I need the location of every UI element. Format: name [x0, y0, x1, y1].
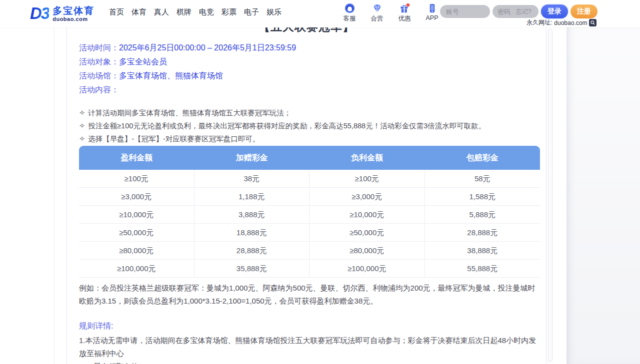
column-header-profit-amount: 盈利金额	[79, 153, 194, 163]
activity-time-label: 活动时间：	[79, 43, 119, 52]
table-row: ≥80,000元 28,888元 ≥80,000元 38,888元	[79, 242, 540, 260]
search-icon[interactable]	[589, 19, 596, 26]
bullet-item: ✧投注金额≥100元无论盈利或负利，最终决出冠军都将获得对应的奖励，彩金高达55…	[79, 119, 542, 132]
table-cell: 38,888元	[425, 242, 540, 259]
table-cell: 55,888元	[425, 260, 540, 277]
logo-monogram: D3	[30, 4, 49, 23]
nav-item-home[interactable]: 首页	[109, 7, 124, 17]
page: 【五大联赛冠军】 D3 多宝体育 duobao.com 首页 体育 真人 棋牌 …	[0, 0, 640, 364]
nav-item-slots[interactable]: 电子	[244, 7, 259, 17]
activity-info: 活动时间：2025年6月25日00:00:00 – 2026年5月1日23:59…	[79, 41, 296, 97]
bullet-text: 计算活动期间多宝体育场馆、熊猫体育场馆五大联赛冠军玩法；	[88, 109, 291, 117]
table-cell: ≥80,000元	[79, 242, 194, 259]
table-cell: ≥3,000元	[310, 188, 425, 205]
rule-line: 1.本活动无需申请，活动期间在多宝体育场馆、熊猫体育场馆投注五大联赛冠军玩法即可…	[79, 334, 541, 360]
permanent-url: 永久网址: duobao.com	[526, 18, 596, 27]
rules-details-title: 规则详情:	[79, 321, 113, 332]
nav-item-card-games[interactable]: 棋牌	[176, 7, 192, 17]
gift-icon	[396, 2, 413, 14]
table-cell: ≥100元	[310, 170, 425, 187]
nav-item-lottery[interactable]: 彩票	[222, 7, 236, 17]
promo-content-card: 活动时间：2025年6月25日00:00:00 – 2026年5月1日23:59…	[66, 27, 546, 364]
logo-text: 多宝体育 duobao.com	[52, 5, 94, 22]
app-label: APP	[424, 14, 440, 21]
main-nav: 首页 体育 真人 棋牌 电竞 彩票 电子 娱乐	[109, 7, 282, 17]
nav-item-esports[interactable]: 电竞	[199, 7, 214, 17]
table-cell: 1,588元	[425, 188, 540, 205]
partnership-label: 合营	[368, 14, 386, 23]
table-cell: ≥50,000元	[310, 224, 425, 241]
activity-target-label: 活动对象：	[79, 57, 119, 66]
partnership-link[interactable]: 合营	[368, 2, 386, 23]
vertical-scrollbar[interactable]	[548, 29, 552, 362]
table-cell: ≥50,000元	[79, 224, 194, 241]
register-button[interactable]: 注册	[570, 4, 598, 18]
table-cell: ≥10,000元	[79, 206, 194, 223]
logo-title: 多宝体育	[52, 5, 94, 16]
phone-icon	[424, 2, 440, 14]
bullet-text: 投注金额≥100元无论盈利或负利，最终决出冠军都将获得对应的奖励，彩金高达55,…	[88, 122, 486, 130]
rules-details-body: 1.本活动无需申请，活动期间在多宝体育场馆、熊猫体育场馆投注五大联赛冠军玩法即可…	[79, 334, 541, 364]
nav-item-live-casino[interactable]: 真人	[154, 7, 169, 17]
customer-service-link[interactable]: 客服	[341, 2, 358, 23]
permanent-url-value: duobao.com	[554, 19, 587, 26]
activity-content-label: 活动内容：	[79, 85, 119, 94]
activity-venue-label: 活动场馆：	[79, 71, 119, 80]
bullet-item: ✧计算活动期间多宝体育场馆、熊猫体育场馆五大联赛冠军玩法；	[79, 106, 542, 119]
table-cell: 38元	[194, 170, 310, 187]
activity-venue-row: 活动场馆：多宝体育场馆、熊猫体育场馆	[79, 69, 296, 83]
bonus-table: 盈利金额 加赠彩金 负利金额 包赔彩金 ≥100元 38元 ≥100元 58元 …	[79, 146, 540, 278]
table-cell: 35,888元	[194, 260, 310, 277]
nav-item-entertainment[interactable]: 娱乐	[266, 7, 282, 17]
account-input[interactable]	[440, 5, 490, 18]
table-cell: ≥100,000元	[310, 260, 425, 277]
diamond-icon	[368, 2, 386, 14]
table-row: ≥3,000元 1,188元 ≥3,000元 1,588元	[79, 188, 540, 206]
activity-target-value: 多宝全站会员	[119, 57, 167, 66]
table-row: ≥10,000元 3,888元 ≥10,000元 5,888元	[79, 206, 540, 224]
activity-venue-value: 多宝体育场馆、熊猫体育场馆	[119, 71, 223, 80]
activity-target-row: 活动对象：多宝全站会员	[79, 55, 296, 69]
top-navbar: D3 多宝体育 duobao.com 首页 体育 真人 棋牌 电竞 彩票 电子 …	[0, 0, 640, 27]
rule-line: （3日内领取有效）；	[79, 360, 541, 364]
logo-domain: duobao.com	[52, 16, 94, 22]
table-cell: ≥3,000元	[79, 188, 194, 205]
permanent-url-label: 永久网址:	[526, 18, 552, 27]
column-header-compensation: 包赔彩金	[425, 153, 540, 163]
table-cell: ≥80,000元	[310, 242, 425, 259]
table-cell: 28,888元	[194, 242, 310, 259]
bullet-item: ✧选择【早盘】-【冠军】-对应联赛赛区冠军盘口即可。	[79, 132, 542, 145]
app-download-link[interactable]: APP	[424, 2, 440, 23]
nav-item-sports[interactable]: 体育	[132, 7, 146, 17]
table-row: ≥100元 38元 ≥100元 58元	[79, 170, 540, 188]
diamond-bullet-icon: ✧	[79, 122, 85, 130]
table-cell: 3,888元	[194, 206, 310, 223]
customer-service-label: 客服	[341, 14, 358, 23]
example-paragraph: 例如：会员投注英格兰超级联赛冠军：曼城为1,000元、阿森纳为500元、曼联、切…	[79, 282, 541, 308]
password-input[interactable]	[498, 8, 514, 15]
left-divider	[54, 27, 54, 364]
brand-logo[interactable]: D3 多宝体育 duobao.com	[30, 4, 94, 23]
column-header-loss-amount: 负利金额	[310, 153, 425, 163]
table-cell: 5,888元	[425, 206, 540, 223]
table-row: ≥100,000元 35,888元 ≥100,000元 55,888元	[79, 260, 540, 278]
table-cell: ≥100元	[79, 170, 194, 187]
activity-time-value: 2025年6月25日00:00:00 – 2026年5月1日23:59:59	[119, 43, 296, 52]
forgot-password-link[interactable]: 忘记?	[516, 7, 532, 16]
activity-time-row: 活动时间：2025年6月25日00:00:00 – 2026年5月1日23:59…	[79, 41, 296, 55]
diamond-bullet-icon: ✧	[79, 109, 85, 117]
table-cell: 28,888元	[425, 224, 540, 241]
activity-rules-bullets: ✧计算活动期间多宝体育场馆、熊猫体育场馆五大联赛冠军玩法； ✧投注金额≥100元…	[79, 106, 542, 145]
bonus-table-header: 盈利金额 加赠彩金 负利金额 包赔彩金	[79, 146, 540, 170]
column-header-bonus: 加赠彩金	[194, 153, 310, 163]
login-button[interactable]: 登录	[541, 4, 568, 18]
table-cell: 58元	[425, 170, 540, 187]
quick-links: 客服 合营	[341, 2, 440, 23]
table-cell: ≥10,000元	[310, 206, 425, 223]
promotions-link[interactable]: 优惠	[396, 2, 413, 23]
table-row: ≥50,000元 18,888元 ≥50,000元 28,888元	[79, 224, 540, 242]
table-cell: 1,188元	[194, 188, 310, 205]
password-pill: 忘记?	[492, 5, 538, 18]
login-area: 忘记? 登录 注册	[440, 4, 598, 18]
activity-content-row: 活动内容：	[79, 83, 296, 97]
